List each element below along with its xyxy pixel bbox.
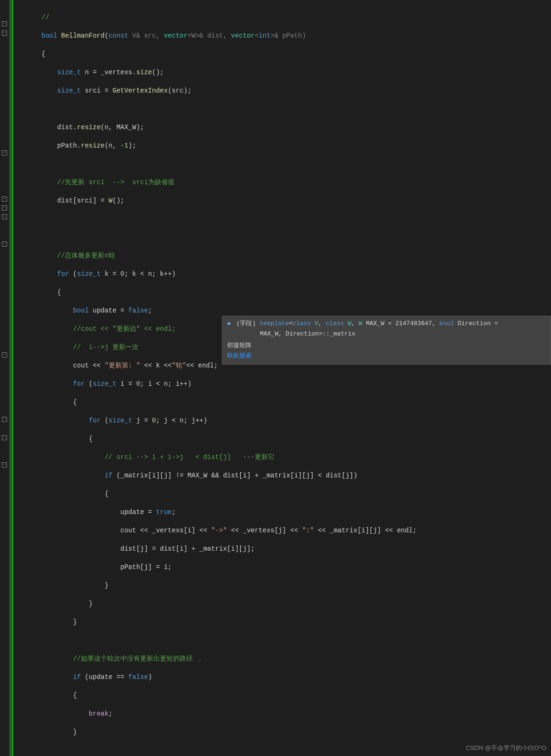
code-brace: { — [41, 288, 61, 296]
fold-icon[interactable]: − — [2, 417, 7, 422]
tooltip-keyword: class — [326, 320, 344, 327]
code-text: i = — [117, 380, 136, 388]
code-text — [41, 270, 57, 278]
code-text: j = — [132, 417, 152, 424]
code-comment: //如果这个轮次中没有更新出更短的路径 ， — [41, 655, 203, 662]
code-area[interactable]: // bool BellmanFord(const V& src, vector… — [13, 0, 551, 756]
tooltip-type: W — [347, 320, 351, 327]
code-comment: //总体最多更新n轮 — [41, 252, 115, 259]
code-text: ); — [128, 142, 136, 149]
code-keyword: if — [104, 472, 112, 479]
tooltip-text: Direction = — [458, 320, 498, 327]
code-text: << _matrix[i][j] << endl; — [314, 527, 417, 534]
code-text — [41, 472, 104, 479]
code-text: ; j < n; j++) — [156, 417, 207, 424]
code-type: size_t — [57, 87, 81, 94]
code-text: ( — [104, 32, 108, 39]
code-text: dist. — [41, 124, 77, 131]
code-text: update = — [89, 307, 128, 314]
tooltip-description: 邻接矩阵 — [227, 341, 546, 351]
code-brace: { — [41, 490, 109, 498]
code-text — [41, 307, 73, 314]
tooltip-line2: MAX_W, Direction>::_matrix — [227, 329, 546, 339]
tooltip-search-link[interactable]: 联机搜索 — [227, 352, 252, 359]
code-type: vector — [164, 32, 187, 39]
tooltip-type: V — [315, 320, 318, 327]
code-text: ; — [148, 307, 152, 314]
intellisense-tooltip: ◈ (字段) template<class V, class W, W MAX_… — [222, 316, 551, 365]
code-text — [41, 69, 57, 76]
change-indicator — [9, 0, 12, 756]
tooltip-field-label: (字段) — [236, 320, 256, 327]
gutter: − − − − − − − − − − − — [0, 0, 13, 756]
code-string: "轮" — [172, 362, 186, 369]
code-text: ; k < n; k++) — [124, 270, 175, 278]
code-keyword: const — [109, 32, 128, 39]
code-text: k = — [101, 270, 120, 278]
fold-icon[interactable]: − — [2, 435, 7, 440]
fold-icon[interactable]: − — [2, 21, 7, 26]
code-keyword: if — [73, 673, 81, 681]
code-num: 0 — [136, 380, 140, 388]
code-comment: // srci --> i + i->j < dist[j] ---更新它 — [41, 453, 275, 461]
code-text: pPath[j] = i; — [41, 563, 172, 571]
code-type: vector — [231, 32, 254, 39]
code-text: cout << — [41, 362, 104, 369]
code-brace: } — [41, 618, 77, 626]
code-keyword: false — [128, 673, 148, 681]
code-brace: { — [41, 50, 45, 58]
code-text: ( — [101, 417, 109, 424]
tooltip-text: MAX_W = 2147483647, — [366, 320, 435, 327]
code-text: ( — [69, 270, 77, 278]
code-text — [41, 380, 73, 388]
code-text: cout << _vertexs[i] << — [41, 527, 211, 534]
tooltip-keyword: class — [292, 320, 311, 327]
code-text: ; — [109, 710, 112, 717]
fold-icon[interactable]: − — [2, 196, 7, 202]
code-func: BellmanFord — [57, 32, 105, 39]
code-text — [41, 673, 73, 681]
code-comment: // — [41, 14, 49, 21]
tooltip-keyword: template — [260, 320, 289, 327]
code-comment: //先更新 srci --> srci为缺省值 — [41, 179, 174, 186]
code-string: "->" — [211, 527, 227, 534]
code-string: "更新第: " — [104, 362, 140, 369]
fold-icon[interactable]: − — [2, 31, 7, 36]
code-text: dist[j] = dist[i] + _matrix[i][j]; — [41, 545, 255, 553]
code-comment: // i-->j 更新一次 — [41, 343, 139, 351]
code-text: ; i < n; i++) — [140, 380, 191, 388]
fold-icon[interactable]: − — [2, 150, 7, 156]
code-text: update = — [41, 508, 156, 516]
code-string: ":" — [302, 527, 314, 534]
code-brace: } — [41, 582, 109, 589]
code-keyword: bool — [73, 307, 89, 314]
code-num: -1 — [120, 142, 128, 149]
code-keyword: true — [156, 508, 172, 516]
fold-icon[interactable]: − — [2, 352, 7, 358]
code-text: <W>& dist, — [188, 32, 231, 39]
code-type: size_t — [77, 270, 101, 278]
code-text — [41, 417, 89, 424]
code-text: (n, MAX_W); — [101, 124, 144, 131]
fold-icon[interactable]: − — [2, 242, 7, 247]
code-text: dist[srci] = — [41, 197, 109, 204]
fold-icon[interactable]: − — [2, 214, 7, 219]
code-text: < — [255, 32, 259, 39]
code-comment: //cout << "更新边" << endl; — [41, 325, 176, 333]
code-text: pPath. — [41, 142, 81, 149]
fold-icon[interactable]: − — [2, 462, 7, 468]
code-brace: { — [41, 692, 77, 699]
code-text — [41, 710, 89, 717]
code-type: size_t — [109, 417, 132, 424]
code-func: resize — [77, 124, 101, 131]
code-text: ; — [172, 508, 175, 516]
code-func: W — [109, 197, 112, 204]
code-text: << k << — [140, 362, 172, 369]
field-icon: ◈ — [227, 320, 231, 327]
fold-icon[interactable]: − — [2, 205, 7, 210]
code-func: resize — [81, 142, 104, 149]
code-func: size — [136, 69, 152, 76]
code-type: size_t — [57, 69, 81, 76]
code-text: (src); — [168, 87, 191, 94]
code-type: size_t — [93, 380, 116, 388]
